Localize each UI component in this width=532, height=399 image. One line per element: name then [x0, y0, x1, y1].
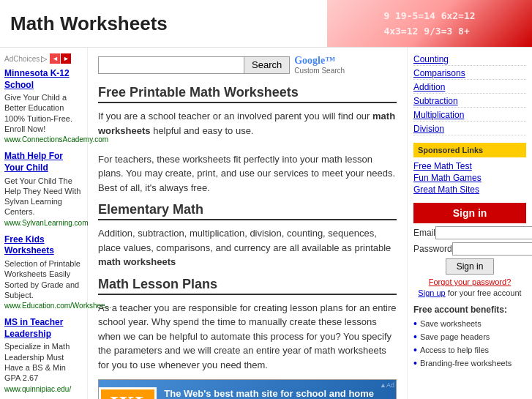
nav-link-comparisons[interactable]: Comparisons	[413, 67, 526, 80]
ad-title-1[interactable]: Minnesota K-12 School	[4, 68, 83, 91]
ad-body-1: Give Your Child a Better Education 100% …	[4, 92, 83, 134]
sponsored-link-1[interactable]: Free Math Test	[413, 160, 526, 172]
custom-search-label: Custom Search	[294, 67, 345, 75]
page-header: Math Worksheets 9 19-5=14 6x2=124x3=12 9…	[0, 0, 532, 48]
signup-suffix: for your free account	[448, 288, 522, 297]
ad-url-4: www.quinnipiac.edu/	[4, 385, 83, 393]
banner-tagline: The Web's best math site for school and …	[164, 388, 396, 399]
section-lesson-plans: Math Lesson Plans As a teacher you are r…	[98, 277, 397, 373]
ad-choices-label: AdChoices	[4, 55, 40, 63]
ad-next-button[interactable]: ►	[61, 53, 71, 64]
email-field[interactable]	[435, 226, 532, 239]
ad-url-3: www.Education.com/Workshee...	[4, 302, 83, 310]
nav-link-addition[interactable]: Addition	[413, 81, 526, 94]
password-field[interactable]	[452, 242, 532, 256]
ad-choices-icon[interactable]: ▷	[41, 54, 47, 64]
page-title: Math Worksheets	[10, 12, 168, 35]
password-row: Password	[413, 242, 526, 256]
nav-link-multiplication[interactable]: Multiplication	[413, 109, 526, 122]
signin-header[interactable]: Sign in	[413, 203, 526, 223]
left-sidebar: AdChoices ▷ ◄ ► Minnesota K-12 School Gi…	[0, 48, 88, 399]
sponsored-link-3[interactable]: Great Math Sites	[413, 184, 526, 195]
bullet-icon-1: •	[413, 318, 417, 329]
search-bar: Search Google™ Custom Search	[98, 55, 397, 75]
benefit-item-1: • Save worksheets	[413, 318, 526, 329]
password-label: Password	[413, 244, 452, 254]
forgot-password-link[interactable]: Forgot your password?	[413, 277, 526, 286]
ad-body-4: Specialize in Math Leadership Must Have …	[4, 341, 83, 383]
bold-text-2: math worksheets	[98, 256, 176, 267]
benefit-label-3: Access to help files	[420, 346, 489, 354]
right-sidebar: Counting Comparisons Addition Subtractio…	[408, 48, 532, 399]
benefit-item-3: • Access to help files	[413, 344, 526, 356]
signup-link[interactable]: Sign up	[418, 288, 445, 297]
ad-title-3[interactable]: Free Kids Worksheets	[4, 234, 83, 257]
ad-url-2: www.SylvanLearning.com	[4, 219, 83, 227]
nav-link-counting[interactable]: Counting	[413, 53, 526, 66]
benefit-label-4: Branding-free worksheets	[420, 359, 512, 368]
benefits-box: Free account benefits: • Save worksheets…	[413, 305, 526, 369]
benefit-label-2: Save page headers	[420, 332, 490, 341]
ad-choices-bar: AdChoices ▷ ◄ ►	[4, 53, 83, 64]
list-item: Free Kids Worksheets Selection of Printa…	[4, 234, 83, 310]
ad-navigation: ◄ ►	[50, 53, 71, 64]
banner-logo: IXL	[99, 387, 157, 400]
google-branding: Google™ Custom Search	[294, 55, 345, 75]
google-logo: Google™	[294, 55, 345, 67]
email-label: Email	[413, 228, 435, 238]
benefits-title: Free account benefits:	[413, 305, 526, 315]
signin-button[interactable]: Sign in	[446, 258, 495, 275]
benefit-item-2: • Save page headers	[413, 331, 526, 343]
email-row: Email	[413, 226, 526, 239]
ad-prev-button[interactable]: ◄	[50, 53, 60, 64]
benefit-label-1: Save worksheets	[420, 319, 482, 328]
search-button[interactable]: Search	[244, 56, 290, 74]
section-body-2: Addition, subtraction, multiplication, d…	[98, 226, 397, 269]
section-elementary-math: Elementary Math Addition, subtraction, m…	[98, 202, 397, 269]
sponsored-link-2[interactable]: Fun Math Games	[413, 172, 526, 184]
section-body-3: As a teacher you are responsible for cre…	[98, 301, 397, 373]
sponsored-links-header: Sponsored Links	[413, 143, 526, 157]
bold-text-1: math worksheets	[98, 111, 395, 136]
list-item: Minnesota K-12 School Give Your Child a …	[4, 68, 83, 143]
main-layout: AdChoices ▷ ◄ ► Minnesota K-12 School Gi…	[0, 48, 532, 399]
section-title-1: Free Printable Math Worksheets	[98, 85, 397, 103]
section-body-1: If you are a school teacher or an involv…	[98, 109, 397, 195]
banner-ad[interactable]: IXL The Web's best math site for school …	[98, 379, 397, 399]
ad-body-2: Get Your Child The Help They Need With S…	[4, 176, 83, 217]
ad-title-2[interactable]: Math Help For Your Child	[4, 151, 83, 174]
ad-body-3: Selection of Printable Worksheets Easily…	[4, 258, 83, 300]
ad-url-1: www.ConnectionsAcademy.com	[4, 135, 83, 143]
list-item: Math Help For Your Child Get Your Child …	[4, 151, 83, 226]
section-title-2: Elementary Math	[98, 202, 397, 220]
sponsored-links-section: Free Math Test Fun Math Games Great Math…	[413, 160, 526, 195]
main-content: Search Google™ Custom Search Free Printa…	[88, 48, 408, 399]
signup-line: Sign up for your free account	[413, 288, 526, 297]
nav-link-division[interactable]: Division	[413, 123, 526, 135]
signin-box: Sign in Email Password Sign in Forgot yo…	[413, 203, 526, 297]
bullet-icon-2: •	[413, 331, 417, 343]
bullet-icon-4: •	[413, 357, 417, 369]
list-item: MS in Teacher Leadership Specialize in M…	[4, 317, 83, 392]
ad-title-4[interactable]: MS in Teacher Leadership	[4, 317, 83, 340]
nav-links-section: Counting Comparisons Addition Subtractio…	[413, 53, 526, 135]
section-free-printable: Free Printable Math Worksheets If you ar…	[98, 85, 397, 195]
search-input[interactable]	[98, 56, 244, 74]
bullet-icon-3: •	[413, 344, 417, 356]
banner-ad-indicator: ▲Ad	[380, 381, 394, 389]
header-math-decoration: 9 19-5=14 6x2=124x3=12 9/3=3 8+	[379, 4, 479, 44]
section-title-3: Math Lesson Plans	[98, 277, 397, 295]
nav-link-subtraction[interactable]: Subtraction	[413, 95, 526, 108]
benefit-item-4: • Branding-free worksheets	[413, 357, 526, 369]
header-background: 9 19-5=14 6x2=124x3=12 9/3=3 8+	[327, 0, 532, 48]
